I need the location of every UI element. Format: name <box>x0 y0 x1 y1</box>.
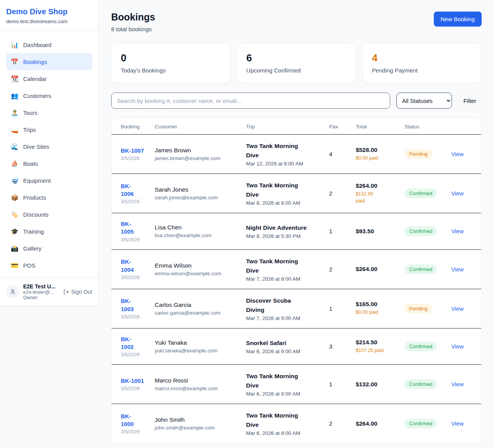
view-link[interactable]: View <box>451 228 477 234</box>
booking-id-link[interactable]: BK- 1003 <box>121 297 134 313</box>
booking-row: BK- 10003/5/2026John Smithjohn.smith@exa… <box>112 404 481 443</box>
sidebar-item-gallery[interactable]: 📸Gallery <box>6 240 92 257</box>
stat-label: Today's Bookings <box>121 67 221 74</box>
status-badge: Confirmed <box>404 419 437 428</box>
pax-count: 2 <box>329 266 351 273</box>
sidebar-item-label: Trips <box>23 126 36 133</box>
pax-count: 1 <box>329 305 351 312</box>
sign-out-button[interactable]: Sign Out <box>63 289 92 295</box>
sidebar-item-pos[interactable]: 💳POS <box>6 257 92 274</box>
booking-row: BK- 10063/5/2026Sarah Jonessarah.jones@e… <box>112 174 481 213</box>
sidebar-item-label: Dive Sites <box>23 143 49 150</box>
stat-value: 0 <box>121 52 221 64</box>
booking-row: BK-10013/5/2026Marco Rossimarco.rossi@ex… <box>112 365 481 404</box>
column-header-total: Total <box>356 118 405 135</box>
brand: Demo Dive Shop demo.test.divestreams.com <box>0 0 98 31</box>
status-select[interactable]: All Statuses <box>396 93 452 109</box>
sidebar-item-trips[interactable]: 🚤Trips <box>6 121 92 138</box>
sidebar-item-dive-sites[interactable]: 🌊Dive Sites <box>6 138 92 155</box>
status-badge: Pending <box>404 304 432 313</box>
sidebar-item-calendar[interactable]: 📆Calendar <box>6 70 92 87</box>
column-header-pax: Pax <box>329 118 356 135</box>
booking-date: 3/5/2026 <box>121 352 150 357</box>
calendar-icon: 📆 <box>11 75 19 83</box>
booking-row: BK- 10023/5/2026Yuki Tanakayuki.tanaka@e… <box>112 328 481 365</box>
sidebar-item-label: Tours <box>23 109 37 116</box>
customers-icon: 👥 <box>11 92 19 99</box>
customer-email: yuki.tanaka@example.com <box>155 348 242 354</box>
booking-id-link[interactable]: BK- 1000 <box>121 413 134 428</box>
trip-name: Discover Scuba Diving <box>246 296 309 315</box>
pos-icon: 💳 <box>11 262 19 269</box>
gallery-icon: 📸 <box>11 245 19 252</box>
booking-id-link[interactable]: BK-1001 <box>121 377 144 385</box>
sidebar-item-training[interactable]: 🎓Training <box>6 223 92 240</box>
bookings-table-card: BookingCustomerTripPaxTotalStatus BK-100… <box>111 118 482 443</box>
sidebar-item-boats[interactable]: ⛵Boats <box>6 155 92 172</box>
sign-out-label: Sign Out <box>71 289 92 295</box>
equipment-icon: 🤿 <box>11 177 19 184</box>
view-link[interactable]: View <box>451 381 477 387</box>
booking-row: BK- 10043/5/2026Emma Wilsonemma.wilson@e… <box>112 249 481 289</box>
booking-id-link[interactable]: BK- 1005 <box>121 220 134 236</box>
trip-name: Two Tank Morning Dive <box>246 257 309 275</box>
stat-label: Pending Payment <box>372 67 472 74</box>
trip-datetime: Mar 8, 2026 at 8:00 AM <box>246 200 325 206</box>
trip-name: Night Dive Adventure <box>246 223 309 232</box>
amount-paid: $0.00 paid <box>356 155 400 162</box>
trip-datetime: Mar 7, 2026 at 8:00 AM <box>246 276 325 282</box>
view-link[interactable]: View <box>451 190 477 197</box>
sidebar-item-products[interactable]: 📦Products <box>6 189 92 206</box>
person-icon <box>9 288 16 295</box>
sidebar-item-label: Bookings <box>23 59 47 65</box>
avatar <box>6 285 19 298</box>
customer-name: Lisa Chen <box>155 224 242 231</box>
sidebar-item-discounts[interactable]: 🏷️Discounts <box>6 206 92 223</box>
amount-paid: $0.00 paid <box>356 309 400 316</box>
dashboard-icon: 📊 <box>11 41 19 49</box>
pax-count: 1 <box>329 381 351 387</box>
column-header-customer: Customer <box>155 118 246 135</box>
total-amount: $132.00 <box>356 381 400 388</box>
sidebar-item-dashboard[interactable]: 📊Dashboard <box>6 36 92 53</box>
sidebar-item-label: POS <box>23 262 36 269</box>
booking-date: 3/5/2026 <box>121 386 150 391</box>
dive-sites-icon: 🌊 <box>11 143 19 150</box>
booking-id-link[interactable]: BK-1007 <box>121 147 144 155</box>
sidebar-item-equipment[interactable]: 🤿Equipment <box>6 172 92 189</box>
view-link[interactable]: View <box>451 266 477 273</box>
trip-datetime: Mar 12, 2026 at 8:00 AM <box>246 161 325 167</box>
view-link[interactable]: View <box>451 305 477 312</box>
customer-name: Yuki Tanaka <box>155 339 242 346</box>
trip-name: Two Tank Morning Dive <box>246 372 309 390</box>
trip-datetime: Mar 7, 2026 at 9:00 AM <box>246 315 325 321</box>
search-input[interactable] <box>111 93 390 109</box>
sidebar-item-bookings[interactable]: 📅Bookings <box>6 53 92 70</box>
customer-email: marco.rossi@example.com <box>155 386 242 391</box>
sidebar-item-label: Dashboard <box>23 42 51 48</box>
pax-count: 3 <box>329 343 351 350</box>
trip-name: Two Tank Morning Dive <box>246 181 309 199</box>
column-header-status: Status <box>404 118 451 135</box>
stat-card: 0Today's Bookings <box>111 43 230 83</box>
view-link[interactable]: View <box>451 420 477 427</box>
booking-id-link[interactable]: BK- 1006 <box>121 182 134 198</box>
new-booking-button[interactable]: New Booking <box>434 12 482 27</box>
trips-icon: 🚤 <box>11 126 19 133</box>
filter-button[interactable]: Filter <box>458 98 482 104</box>
stat-card: 6Upcoming Confirmed <box>237 43 356 83</box>
customer-email: emma.wilson@example.com <box>155 271 242 276</box>
main-content: Bookings 8 total bookings New Booking 0T… <box>99 0 494 448</box>
sidebar-item-label: Customers <box>23 93 51 99</box>
booking-id-link[interactable]: BK- 1002 <box>121 335 134 351</box>
customer-name: Carlos Garcia <box>155 301 242 308</box>
view-link[interactable]: View <box>451 151 477 157</box>
sign-out-icon <box>63 289 69 295</box>
sidebar-item-customers[interactable]: 👥Customers <box>6 87 92 104</box>
booking-id-link[interactable]: BK- 1004 <box>121 258 134 274</box>
sidebar-item-label: Products <box>23 194 46 201</box>
training-icon: 🎓 <box>11 228 19 235</box>
sidebar: Demo Dive Shop demo.test.divestreams.com… <box>0 0 99 306</box>
sidebar-item-tours[interactable]: 🏝️Tours <box>6 104 92 121</box>
view-link[interactable]: View <box>451 343 477 350</box>
